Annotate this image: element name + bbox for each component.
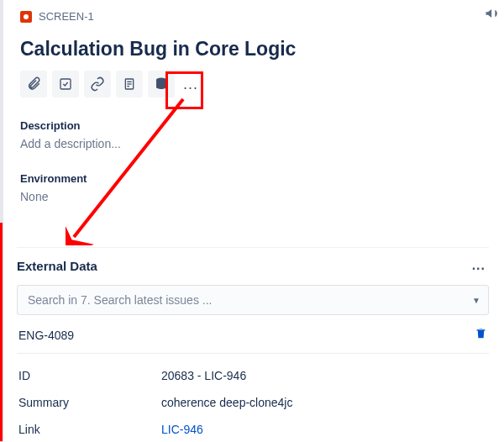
delete-link-button[interactable] (475, 327, 487, 343)
field-row-summary: Summary coherence deep-clone4jc (17, 389, 489, 416)
panel-title: External Data (17, 259, 97, 273)
field-value: 20683 - LIC-946 (161, 369, 246, 382)
field-row-id: ID 20683 - LIC-946 (17, 362, 489, 389)
link-issue-button[interactable] (84, 71, 111, 97)
external-data-search: ▼ (17, 285, 489, 315)
panel-more-button[interactable]: ... (469, 255, 489, 276)
svg-rect-1 (60, 79, 71, 89)
divider (17, 353, 489, 354)
field-value: coherence deep-clone4jc (161, 396, 292, 409)
attach-button[interactable] (20, 71, 47, 97)
feedback-icon[interactable] (484, 5, 501, 22)
field-label: Link (18, 423, 161, 436)
issue-type-bug-icon (20, 11, 32, 23)
add-checklist-button[interactable] (52, 71, 79, 97)
linked-item-row[interactable]: ENG-4089 (17, 315, 489, 353)
svg-point-0 (24, 14, 29, 19)
environment-label: Environment (20, 172, 489, 185)
field-label: ID (18, 369, 161, 382)
issue-title[interactable]: Calculation Bug in Core Logic (20, 38, 489, 61)
annotation-panel-accent (0, 223, 3, 441)
search-input[interactable] (17, 285, 489, 315)
linked-item-key: ENG-4089 (18, 329, 74, 342)
breadcrumb[interactable]: SCREEN-1 (20, 8, 489, 23)
linked-item-details: ID 20683 - LIC-946 Summary coherence dee… (17, 362, 489, 442)
field-row-link: Link LIC-946 (17, 416, 489, 442)
add-page-button[interactable] (116, 71, 143, 97)
toolbar-more-button[interactable]: ... (180, 76, 202, 93)
description-field[interactable]: Add a description... (20, 137, 489, 150)
environment-field[interactable]: None (20, 190, 489, 203)
external-link[interactable]: LIC-946 (161, 423, 203, 436)
field-label: Summary (18, 396, 161, 409)
annotation-arrow (66, 94, 187, 245)
issue-toolbar: ... (20, 71, 489, 97)
external-data-button[interactable] (148, 71, 175, 97)
external-data-panel: External Data ... ▼ ENG-4089 ID 20683 - … (17, 247, 489, 442)
breadcrumb-issue-key: SCREEN-1 (39, 10, 94, 23)
description-label: Description (20, 119, 489, 132)
